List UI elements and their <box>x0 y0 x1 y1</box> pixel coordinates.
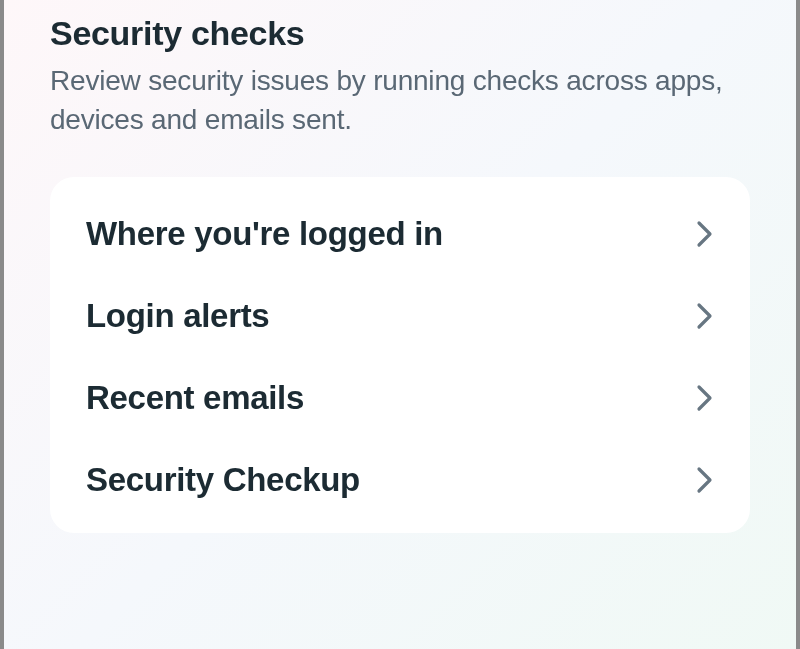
list-item-security-checkup[interactable]: Security Checkup <box>50 439 750 521</box>
list-item-login-alerts[interactable]: Login alerts <box>50 275 750 357</box>
chevron-right-icon <box>696 466 714 494</box>
list-item-label: Where you're logged in <box>86 215 443 253</box>
chevron-right-icon <box>696 302 714 330</box>
list-item-recent-emails[interactable]: Recent emails <box>50 357 750 439</box>
security-checks-card: Where you're logged in Login alerts Rece… <box>50 177 750 533</box>
list-item-logged-in[interactable]: Where you're logged in <box>50 193 750 275</box>
chevron-right-icon <box>696 384 714 412</box>
page-subtitle: Review security issues by running checks… <box>50 61 750 139</box>
page-title: Security checks <box>50 14 750 53</box>
list-item-label: Login alerts <box>86 297 269 335</box>
list-item-label: Recent emails <box>86 379 304 417</box>
list-item-label: Security Checkup <box>86 461 360 499</box>
chevron-right-icon <box>696 220 714 248</box>
section-header: Security checks Review security issues b… <box>50 0 750 139</box>
